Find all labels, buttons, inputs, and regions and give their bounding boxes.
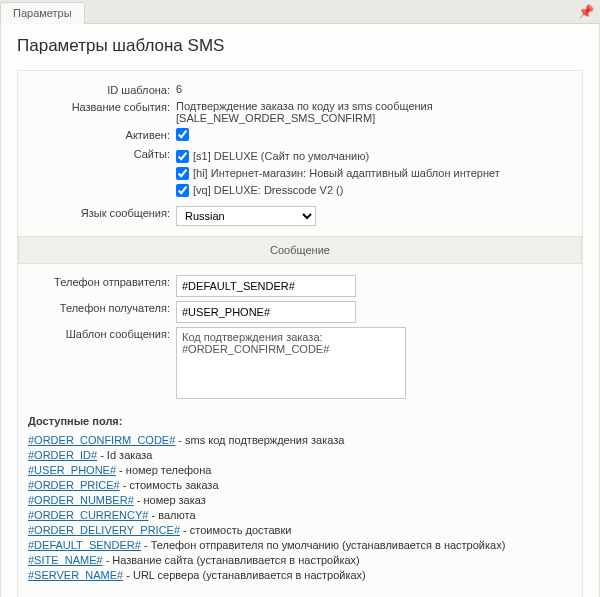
available-field-link[interactable]: #ORDER_DELIVERY_PRICE# xyxy=(28,524,180,536)
available-field-desc: - Телефон отправителя по умолчанию (уста… xyxy=(141,539,505,551)
available-field-desc: - Id заказа xyxy=(97,449,152,461)
site-label: [s1] DELUXE (Сайт по умолчанию) xyxy=(193,148,369,164)
checkbox-active[interactable] xyxy=(176,128,189,141)
available-field-link[interactable]: #SERVER_NAME# xyxy=(28,569,123,581)
section-message-band: Сообщение xyxy=(18,236,582,264)
form-wrap: ID шаблона: 6 Название события: Подтверж… xyxy=(17,70,583,597)
input-recipient-phone[interactable] xyxy=(176,301,356,323)
available-field-link[interactable]: #ORDER_ID# xyxy=(28,449,97,461)
available-fields-title: Доступные поля: xyxy=(28,415,574,427)
available-field-desc: - стоимость доставки xyxy=(180,524,291,536)
input-sender-phone[interactable] xyxy=(176,275,356,297)
available-field-link[interactable]: #ORDER_CONFIRM_CODE# xyxy=(28,434,175,446)
available-field-desc: - Название сайта (устанавливается в наст… xyxy=(103,554,360,566)
checkbox-site-vq[interactable] xyxy=(176,184,189,197)
checkbox-site-hi[interactable] xyxy=(176,167,189,180)
available-field-link[interactable]: #ORDER_PRICE# xyxy=(28,479,120,491)
available-field-desc: - валюта xyxy=(148,509,195,521)
label-recipient-phone: Телефон получателя: xyxy=(26,300,176,314)
label-event-name: Название события: xyxy=(26,99,176,113)
available-field-desc: - URL сервера (устанавливается в настрой… xyxy=(123,569,366,581)
available-field-link[interactable]: #DEFAULT_SENDER# xyxy=(28,539,141,551)
available-field-link[interactable]: #SITE_NAME# xyxy=(28,554,103,566)
tab-parameters[interactable]: Параметры xyxy=(0,2,85,24)
available-field-desc: - стоимость заказа xyxy=(120,479,219,491)
label-sender-phone: Телефон отправителя: xyxy=(26,274,176,288)
textarea-msg-template[interactable]: Код подтверждения заказа: #ORDER_CONFIRM… xyxy=(176,327,406,399)
value-event-name: Подтверждение заказа по коду из sms сооб… xyxy=(176,99,574,124)
label-template-id: ID шаблона: xyxy=(26,82,176,96)
pin-icon[interactable]: 📌 xyxy=(578,4,594,19)
checkbox-site-s1[interactable] xyxy=(176,150,189,163)
available-field-desc: - sms код подтверждения заказа xyxy=(175,434,344,446)
label-sites: Сайты: xyxy=(26,146,176,160)
page-title: Параметры шаблона SMS xyxy=(17,36,583,56)
available-field-desc: - номер телефона xyxy=(116,464,211,476)
available-fields-list: #ORDER_CONFIRM_CODE# - sms код подтвержд… xyxy=(28,433,574,583)
available-field-desc: - номер заказ xyxy=(134,494,206,506)
value-template-id: 6 xyxy=(176,82,574,95)
sites-list: [s1] DELUXE (Сайт по умолчанию) [hi] Инт… xyxy=(176,146,574,199)
available-field-link[interactable]: #USER_PHONE# xyxy=(28,464,116,476)
available-field-link[interactable]: #ORDER_CURRENCY# xyxy=(28,509,148,521)
site-label: [hi] Интернет-магазин: Новый адаптивный … xyxy=(193,165,500,181)
select-msg-lang[interactable]: Russian xyxy=(176,206,316,226)
label-msg-lang: Язык сообщения: xyxy=(26,205,176,219)
site-label: [vq] DELUXE: Dresscode V2 () xyxy=(193,182,343,198)
tabs-bar: Параметры 📌 xyxy=(0,0,600,24)
label-msg-template: Шаблон сообщения: xyxy=(26,326,176,340)
label-active: Активен: xyxy=(26,127,176,141)
available-field-link[interactable]: #ORDER_NUMBER# xyxy=(28,494,134,506)
